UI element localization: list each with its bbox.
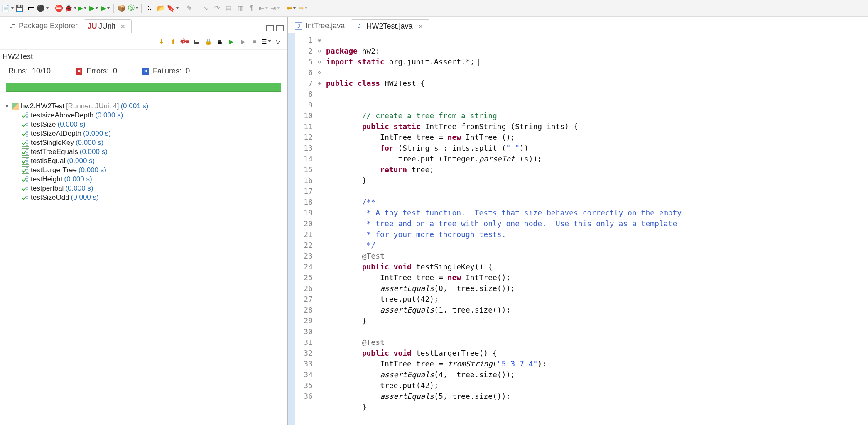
suite-icon [12,103,19,110]
test-row[interactable]: testHeight (0.000 s) [22,175,283,184]
view-menu-icon[interactable]: ▽ [273,37,283,46]
test-pass-icon [22,148,29,156]
close-icon[interactable]: ✕ [120,23,125,30]
tab-package-explorer[interactable]: 🗂 Package Explorer [4,19,84,33]
step-icon[interactable]: ↘ [200,3,211,14]
prev-failure-icon[interactable]: ⬆ [168,37,178,46]
run-green-icon[interactable]: ▶ [226,37,236,46]
java-file-icon: J [295,22,302,30]
open-task-button[interactable]: 📂 [156,3,167,14]
coverage-button[interactable]: ▶ [88,3,99,14]
junit-toolbar: ⬇ ⬆ �■ ▤ 🔒 ▦ ▶ ▶ ■ ☰ ▽ [0,33,287,50]
stat-runs: Runs: 10/10 [8,67,51,76]
new-wizard-button[interactable]: 📄 [2,3,13,14]
test-pass-icon [22,157,29,165]
run-last-button[interactable]: ▶ [100,3,111,14]
test-row[interactable]: testSizeOdd (0.000 s) [22,193,283,202]
test-pass-icon [22,176,29,183]
skip-breakpoints-button[interactable]: ⛔ [54,3,64,14]
code-editor[interactable]: 1256789101112131415161718192021222324252… [288,33,868,425]
test-pass-icon [22,121,29,128]
test-row[interactable]: testSingleKey (0.000 s) [22,138,283,147]
tab-label: JUnit [98,22,115,31]
junit-stats: Runs: 10/10 ✕ Errors: 0 ✕ Failures: 0 [0,64,287,79]
junit-icon: JU [88,23,96,30]
expand-caret-icon[interactable]: ▼ [4,103,10,109]
test-pass-icon [22,139,29,147]
stop-icon[interactable]: ■ [250,37,260,46]
stop-junit-icon[interactable]: �■ [180,37,190,46]
outline-icon[interactable]: ▤ [223,3,234,14]
forward-button[interactable]: ➡ [297,3,308,14]
editor-tab-hw2test[interactable]: J HW2Test.java ✕ [351,19,429,33]
test-row[interactable]: testperfbal (0.000 s) [22,184,283,193]
tab-label: Package Explorer [19,22,78,30]
test-pass-icon [22,185,29,192]
toggle-mark-button[interactable]: ✎ [184,3,194,14]
editor-margin [288,33,295,425]
test-pass-icon [22,166,29,174]
test-row[interactable]: testSize (0.000 s) [22,120,283,129]
test-row[interactable]: testisEqual (0.000 s) [22,156,283,166]
history-icon[interactable]: ☰ [261,37,271,46]
test-row[interactable]: testTreeEquals (0.000 s) [22,147,283,156]
error-icon: ✕ [76,68,82,75]
suite-row[interactable]: ▼ hw2.HW2Test [Runner: JUnit 4] (0.001 s… [4,102,283,111]
back-button[interactable]: ⬅ [286,3,297,14]
package-explorer-icon: 🗂 [9,22,16,30]
doc-icon[interactable]: ▥ [235,3,245,14]
step-over-icon[interactable]: ↷ [211,3,222,14]
line-number-gutter: 1256789101112131415161718192021222324252… [295,33,315,425]
open-type-button[interactable]: 🗂 [144,3,155,14]
java-file-icon: J [356,23,363,30]
para-icon[interactable]: ¶ [246,3,257,14]
new-class-button[interactable]: Ⓖ [128,3,139,14]
test-pass-icon [22,194,29,201]
fold-column[interactable]: ⊕⊖⊖⊖⊖ [315,33,324,425]
tab-junit[interactable]: JU JUnit ✕ [84,19,132,33]
test-class-label: HW2Test [0,50,287,64]
junit-progress-bar [6,83,281,92]
nav-prev-icon[interactable]: ⇤ [258,3,269,14]
rerun-failed-icon[interactable]: ▦ [215,37,225,46]
save-button[interactable]: 💾 [14,3,25,14]
test-pass-icon [22,112,29,119]
run-dim-icon[interactable]: ▶ [238,37,248,46]
minimize-view-button[interactable] [266,25,274,31]
main-toolbar: 📄 💾 🗃 ⚫ ⛔ 🐞 ▶ ▶ ▶ 📦 Ⓖ 🗂 📂 🔖 ✎ ↘ ↷ ▤ ▥ ¶ … [0,0,868,17]
test-pass-icon [22,130,29,137]
stat-errors: ✕ Errors: 0 [76,67,117,76]
save-all-button[interactable]: 🗃 [26,3,37,14]
stat-failures: ✕ Failures: 0 [142,67,190,76]
editor-tab-bar: J IntTree.java J HW2Test.java ✕ [288,17,868,33]
close-icon[interactable]: ✕ [418,23,423,30]
debug-button[interactable]: 🐞 [65,3,76,14]
test-row[interactable]: testSizeAtDepth (0.000 s) [22,129,283,138]
editor-tab-inttree[interactable]: J IntTree.java [290,19,351,33]
search-button[interactable]: 🔖 [167,3,178,14]
perspective-button[interactable]: ⚫ [37,3,48,14]
maximize-view-button[interactable] [276,25,284,31]
rerun-icon[interactable]: 🔒 [203,37,213,46]
code-area[interactable]: package hw2; import static org.junit.Ass… [324,33,868,425]
relaunch-icon[interactable]: ▤ [191,37,201,46]
new-package-button[interactable]: 📦 [116,3,127,14]
test-row[interactable]: testLargerTree (0.000 s) [22,166,283,175]
nav-next-icon[interactable]: ⇥ [270,3,280,14]
view-tab-bar: 🗂 Package Explorer JU JUnit ✕ [0,17,287,33]
failure-icon: ✕ [142,68,149,75]
test-row[interactable]: testsizeAboveDepth (0.000 s) [22,111,283,120]
junit-tree: ▼ hw2.HW2Test [Runner: JUnit 4] (0.001 s… [0,99,287,205]
next-failure-icon[interactable]: ⬇ [157,37,167,46]
run-button[interactable]: ▶ [77,3,88,14]
